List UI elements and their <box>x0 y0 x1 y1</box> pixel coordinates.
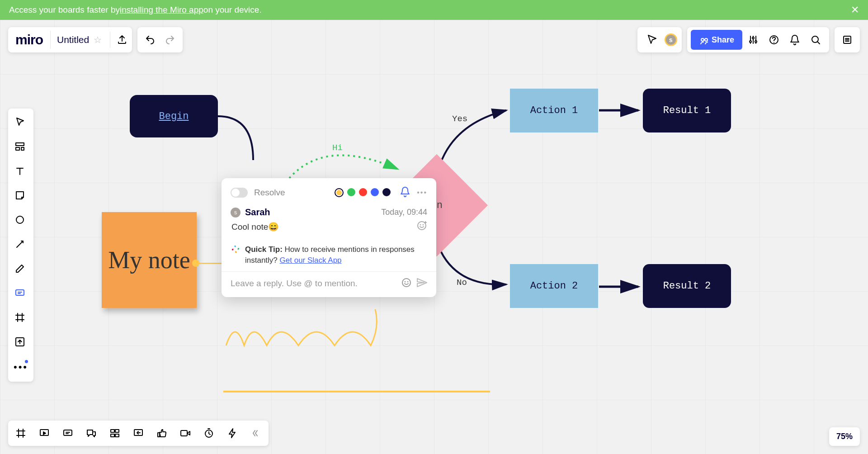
svg-rect-19 <box>111 430 114 432</box>
install-app-banner: Access your boards faster by installing … <box>0 0 868 20</box>
comment-connector-line <box>197 263 224 264</box>
color-red[interactable] <box>359 188 367 196</box>
edge-no-label[interactable]: No <box>457 278 467 288</box>
undo-button[interactable] <box>140 30 160 50</box>
svg-rect-21 <box>111 434 114 437</box>
banner-text-suffix: on your device. <box>203 5 262 15</box>
svg-point-2 <box>423 225 424 225</box>
star-icon[interactable]: ☆ <box>94 34 102 45</box>
chat-icon[interactable] <box>82 424 100 442</box>
slack-icon <box>231 244 241 254</box>
flow-result1-node[interactable]: Result 1 <box>643 89 731 132</box>
install-app-link[interactable]: installing the Miro app <box>120 5 203 15</box>
comment-author-name: Sarah <box>245 207 270 218</box>
flow-result2-node[interactable]: Result 2 <box>643 264 731 308</box>
board-title[interactable]: Untitled <box>57 34 89 45</box>
settings-icon[interactable] <box>743 30 763 50</box>
svg-point-7 <box>705 38 708 41</box>
flow-action2-node[interactable]: Action 2 <box>510 264 598 308</box>
resolve-toggle[interactable] <box>231 188 248 198</box>
templates-tool[interactable] <box>10 137 32 158</box>
svg-point-4 <box>405 281 406 282</box>
svg-rect-24 <box>181 430 187 436</box>
line-tool[interactable] <box>10 234 32 256</box>
timer-icon[interactable] <box>200 424 218 442</box>
add-reaction-icon[interactable] <box>416 220 427 233</box>
comment-timestamp: Today, 09:44 <box>381 208 427 217</box>
pen-tool[interactable] <box>10 259 32 280</box>
share-button[interactable]: Share <box>691 30 742 50</box>
color-blue[interactable] <box>371 188 379 196</box>
comment-author-avatar: s <box>231 208 241 218</box>
svg-point-6 <box>701 38 704 41</box>
svg-point-14 <box>16 216 24 223</box>
search-icon[interactable] <box>806 30 826 50</box>
left-toolbar: ••• <box>8 109 33 382</box>
text-tool[interactable] <box>10 161 32 183</box>
activity-icon[interactable] <box>223 424 241 442</box>
shape-tool[interactable] <box>10 210 32 232</box>
more-tools[interactable]: ••• <box>10 356 32 378</box>
presentation-icon[interactable] <box>35 424 53 442</box>
comment-tool[interactable] <box>10 283 32 305</box>
send-reply-icon[interactable] <box>416 277 427 290</box>
svg-point-1 <box>420 225 421 225</box>
comments-panel-icon[interactable] <box>59 424 77 442</box>
video-chat-icon[interactable] <box>176 424 194 442</box>
sticky-note-tool[interactable] <box>10 185 32 207</box>
redo-button[interactable] <box>160 30 180 50</box>
svg-point-3 <box>402 279 410 287</box>
svg-point-5 <box>408 281 408 282</box>
resolve-label: Resolve <box>254 188 285 198</box>
banner-text-prefix: Access your boards faster by <box>9 5 120 15</box>
comment-panel: Resolve ••• s Sarah Today, 09:44 Cool no… <box>222 178 436 297</box>
user-avatar[interactable]: s <box>665 33 677 46</box>
bottom-toolbar <box>8 421 269 446</box>
help-icon[interactable] <box>764 30 784 50</box>
bell-icon[interactable] <box>400 186 410 199</box>
select-tool[interactable] <box>10 112 32 134</box>
frames-panel-icon[interactable] <box>12 424 30 442</box>
edge-yes-label[interactable]: Yes <box>452 114 467 124</box>
collapse-bottom-icon[interactable] <box>247 424 265 442</box>
color-green[interactable] <box>347 188 355 196</box>
close-banner-button[interactable]: ✕ <box>851 4 859 16</box>
flow-action1-node[interactable]: Action 1 <box>510 89 598 132</box>
yellow-underline[interactable] <box>223 391 490 393</box>
export-button[interactable] <box>112 30 132 50</box>
svg-rect-12 <box>16 147 19 150</box>
comment-message: Cool note😄 <box>231 222 279 232</box>
color-navy[interactable] <box>382 188 391 196</box>
cards-icon[interactable] <box>106 424 124 442</box>
frame-tool[interactable] <box>10 307 32 329</box>
color-picker <box>335 188 391 197</box>
sticky-note[interactable]: My note <box>102 212 197 308</box>
emoji-picker-icon[interactable] <box>401 277 412 290</box>
quick-tip-text: Quick Tip: How to receive mentions in re… <box>245 244 427 266</box>
svg-rect-13 <box>21 147 24 150</box>
slack-app-link[interactable]: Get our Slack App <box>280 256 342 265</box>
svg-rect-20 <box>115 430 119 432</box>
more-options-icon[interactable]: ••• <box>417 189 427 197</box>
screen-share-icon[interactable] <box>129 424 147 442</box>
svg-rect-11 <box>16 143 24 146</box>
board-menu-icon[interactable] <box>835 30 860 50</box>
upload-tool[interactable] <box>10 332 32 354</box>
miro-logo[interactable]: miro <box>8 32 50 47</box>
voting-icon[interactable] <box>153 424 171 442</box>
svg-rect-22 <box>115 434 119 437</box>
board-canvas[interactable]: Begin on Action 1 Action 2 Result 1 Resu… <box>0 20 868 454</box>
reply-input[interactable] <box>231 279 396 288</box>
collaborator-cursor-icon[interactable] <box>642 30 662 50</box>
zoom-level[interactable]: 75% <box>829 427 860 446</box>
color-yellow[interactable] <box>335 188 344 197</box>
flow-begin-node[interactable]: Begin <box>130 95 218 137</box>
notifications-icon[interactable] <box>785 30 805 50</box>
edge-hi-label[interactable]: Hi <box>332 143 343 153</box>
